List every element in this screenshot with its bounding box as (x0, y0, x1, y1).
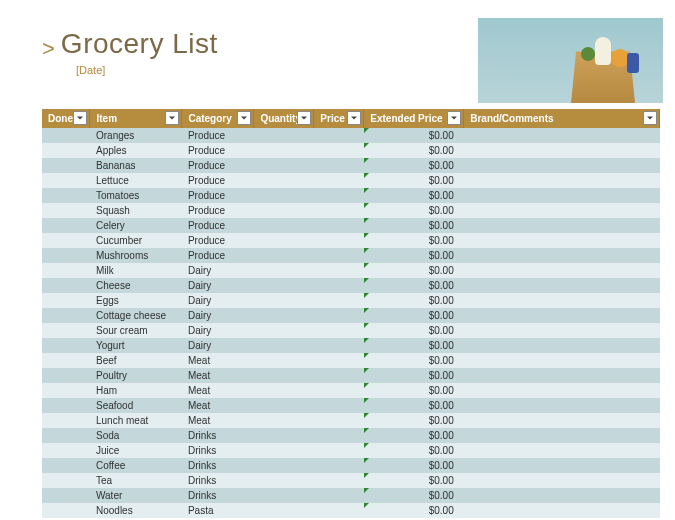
table-row[interactable]: BeefMeat$0.00 (42, 353, 660, 368)
cell-quantity[interactable] (254, 473, 314, 488)
cell-brand[interactable] (464, 383, 660, 398)
cell-done[interactable] (42, 188, 90, 203)
cell-price[interactable] (314, 263, 364, 278)
cell-brand[interactable] (464, 128, 660, 143)
cell-category[interactable]: Dairy (182, 323, 254, 338)
cell-extended-price[interactable]: $0.00 (364, 473, 464, 488)
table-row[interactable]: SeafoodMeat$0.00 (42, 398, 660, 413)
cell-category[interactable]: Produce (182, 233, 254, 248)
table-row[interactable]: HamMeat$0.00 (42, 383, 660, 398)
cell-extended-price[interactable]: $0.00 (364, 458, 464, 473)
cell-brand[interactable] (464, 158, 660, 173)
cell-extended-price[interactable]: $0.00 (364, 308, 464, 323)
cell-brand[interactable] (464, 308, 660, 323)
cell-quantity[interactable] (254, 143, 314, 158)
cell-item[interactable]: Lettuce (90, 173, 182, 188)
cell-quantity[interactable] (254, 488, 314, 503)
cell-brand[interactable] (464, 413, 660, 428)
cell-extended-price[interactable]: $0.00 (364, 428, 464, 443)
cell-category[interactable]: Dairy (182, 338, 254, 353)
cell-category[interactable]: Drinks (182, 443, 254, 458)
cell-brand[interactable] (464, 458, 660, 473)
cell-quantity[interactable] (254, 368, 314, 383)
cell-price[interactable] (314, 308, 364, 323)
cell-done[interactable] (42, 203, 90, 218)
table-row[interactable]: WaterDrinks$0.00 (42, 488, 660, 503)
cell-category[interactable]: Produce (182, 218, 254, 233)
cell-extended-price[interactable]: $0.00 (364, 173, 464, 188)
cell-price[interactable] (314, 143, 364, 158)
cell-category[interactable]: Meat (182, 398, 254, 413)
cell-done[interactable] (42, 353, 90, 368)
cell-item[interactable]: Oranges (90, 128, 182, 143)
cell-quantity[interactable] (254, 203, 314, 218)
table-row[interactable]: TomatoesProduce$0.00 (42, 188, 660, 203)
cell-done[interactable] (42, 413, 90, 428)
cell-item[interactable]: Beef (90, 353, 182, 368)
cell-price[interactable] (314, 428, 364, 443)
table-row[interactable]: MushroomsProduce$0.00 (42, 248, 660, 263)
cell-quantity[interactable] (254, 503, 314, 518)
cell-item[interactable]: Tea (90, 473, 182, 488)
cell-category[interactable]: Drinks (182, 458, 254, 473)
cell-item[interactable]: Cottage cheese (90, 308, 182, 323)
cell-price[interactable] (314, 338, 364, 353)
cell-quantity[interactable] (254, 398, 314, 413)
table-row[interactable]: PoultryMeat$0.00 (42, 368, 660, 383)
cell-brand[interactable] (464, 398, 660, 413)
cell-extended-price[interactable]: $0.00 (364, 368, 464, 383)
cell-price[interactable] (314, 158, 364, 173)
cell-item[interactable]: Yogurt (90, 338, 182, 353)
cell-quantity[interactable] (254, 413, 314, 428)
cell-done[interactable] (42, 158, 90, 173)
cell-extended-price[interactable]: $0.00 (364, 353, 464, 368)
cell-item[interactable]: Poultry (90, 368, 182, 383)
cell-extended-price[interactable]: $0.00 (364, 278, 464, 293)
cell-extended-price[interactable]: $0.00 (364, 338, 464, 353)
cell-brand[interactable] (464, 278, 660, 293)
cell-item[interactable]: Lunch meat (90, 413, 182, 428)
cell-extended-price[interactable]: $0.00 (364, 293, 464, 308)
cell-done[interactable] (42, 248, 90, 263)
cell-price[interactable] (314, 458, 364, 473)
cell-category[interactable]: Produce (182, 143, 254, 158)
filter-dropdown-icon[interactable] (73, 111, 87, 125)
cell-brand[interactable] (464, 488, 660, 503)
cell-item[interactable]: Soda (90, 428, 182, 443)
filter-dropdown-icon[interactable] (297, 111, 311, 125)
cell-brand[interactable] (464, 368, 660, 383)
cell-done[interactable] (42, 368, 90, 383)
cell-price[interactable] (314, 128, 364, 143)
cell-quantity[interactable] (254, 248, 314, 263)
column-header-extended[interactable]: Extended Price (364, 109, 464, 128)
table-row[interactable]: JuiceDrinks$0.00 (42, 443, 660, 458)
cell-done[interactable] (42, 338, 90, 353)
cell-item[interactable]: Coffee (90, 458, 182, 473)
cell-brand[interactable] (464, 293, 660, 308)
cell-brand[interactable] (464, 338, 660, 353)
column-header-price[interactable]: Price (314, 109, 364, 128)
table-row[interactable]: SodaDrinks$0.00 (42, 428, 660, 443)
cell-item[interactable]: Noodles (90, 503, 182, 518)
cell-item[interactable]: Apples (90, 143, 182, 158)
cell-quantity[interactable] (254, 458, 314, 473)
cell-category[interactable]: Drinks (182, 428, 254, 443)
table-row[interactable]: NoodlesPasta$0.00 (42, 503, 660, 518)
cell-price[interactable] (314, 203, 364, 218)
cell-category[interactable]: Dairy (182, 278, 254, 293)
cell-done[interactable] (42, 488, 90, 503)
cell-extended-price[interactable]: $0.00 (364, 488, 464, 503)
cell-extended-price[interactable]: $0.00 (364, 323, 464, 338)
cell-quantity[interactable] (254, 338, 314, 353)
cell-price[interactable] (314, 233, 364, 248)
cell-done[interactable] (42, 323, 90, 338)
cell-brand[interactable] (464, 428, 660, 443)
cell-item[interactable]: Mushrooms (90, 248, 182, 263)
cell-extended-price[interactable]: $0.00 (364, 503, 464, 518)
cell-quantity[interactable] (254, 158, 314, 173)
cell-brand[interactable] (464, 218, 660, 233)
cell-done[interactable] (42, 308, 90, 323)
cell-category[interactable]: Produce (182, 158, 254, 173)
cell-done[interactable] (42, 383, 90, 398)
cell-brand[interactable] (464, 503, 660, 518)
